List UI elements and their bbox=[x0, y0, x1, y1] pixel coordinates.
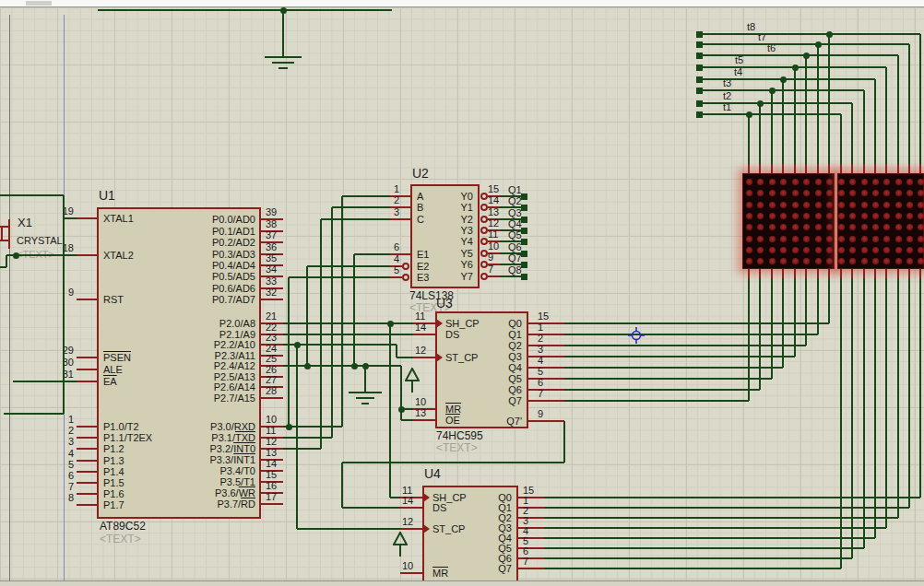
wire-segment[interactable] bbox=[0, 194, 64, 196]
pin-stub[interactable] bbox=[488, 275, 500, 277]
shift-register-output-wire[interactable] bbox=[544, 527, 886, 529]
led-matrix-block[interactable] bbox=[837, 173, 924, 269]
pin-stub[interactable] bbox=[748, 269, 750, 278]
pin-stub[interactable] bbox=[77, 254, 97, 256]
pin-stub[interactable] bbox=[759, 269, 761, 278]
wire-segment[interactable] bbox=[283, 448, 321, 450]
pin-stub[interactable] bbox=[851, 269, 853, 278]
pin-stub[interactable] bbox=[908, 164, 910, 173]
net-label-decoder[interactable]: Q3 bbox=[508, 207, 522, 218]
pin-stub[interactable] bbox=[782, 269, 784, 278]
net-label-decoder[interactable]: Q2 bbox=[508, 195, 522, 206]
matrix-column-wire[interactable] bbox=[919, 278, 921, 498]
pin-stub[interactable] bbox=[840, 164, 842, 173]
pin-stub[interactable] bbox=[413, 334, 435, 335]
pin-stub[interactable] bbox=[77, 369, 97, 370]
pin-stub[interactable] bbox=[908, 269, 910, 278]
row-net-wire[interactable] bbox=[699, 54, 898, 56]
shift-register-output-wire[interactable] bbox=[544, 537, 875, 539]
wire-segment[interactable] bbox=[13, 381, 77, 382]
pin-stub[interactable] bbox=[748, 164, 750, 173]
chip-ref-u4[interactable]: U4 bbox=[424, 467, 441, 481]
net-label-decoder[interactable]: Q1 bbox=[508, 184, 522, 195]
shift-register-output-wire[interactable] bbox=[564, 389, 760, 391]
matrix-column-wire[interactable] bbox=[828, 34, 830, 164]
ground-symbol[interactable] bbox=[361, 403, 369, 404]
pin-stub[interactable] bbox=[828, 164, 830, 173]
pin-stub[interactable] bbox=[771, 164, 773, 173]
pin-stub[interactable] bbox=[77, 299, 97, 300]
matrix-column-wire[interactable] bbox=[874, 79, 876, 164]
ground-symbol[interactable] bbox=[349, 392, 382, 393]
wire-segment[interactable] bbox=[341, 463, 343, 508]
schematic-canvas[interactable]: U1AT89C52<TEXT>19XTAL118XTAL29RST29PSEN3… bbox=[0, 7, 924, 580]
wire-segment[interactable] bbox=[364, 366, 366, 393]
net-label-decoder[interactable]: Q6 bbox=[508, 241, 522, 252]
wire-segment[interactable] bbox=[353, 254, 355, 366]
shift-register-output-wire[interactable] bbox=[544, 557, 852, 559]
shift-register-output-wire[interactable] bbox=[564, 345, 806, 346]
pin-stub[interactable] bbox=[8, 219, 10, 249]
shift-register-output-wire[interactable] bbox=[564, 334, 818, 335]
pin-stub[interactable] bbox=[828, 269, 830, 278]
matrix-column-wire[interactable] bbox=[908, 44, 910, 164]
pin-stub[interactable] bbox=[77, 460, 97, 462]
pin-stub[interactable] bbox=[400, 572, 422, 574]
matrix-column-wire[interactable] bbox=[851, 103, 853, 164]
pin-stub[interactable] bbox=[77, 448, 97, 450]
wire-segment[interactable] bbox=[283, 322, 413, 324]
pin-stub[interactable] bbox=[413, 419, 435, 421]
chip-ref-u3[interactable]: U3 bbox=[436, 297, 453, 311]
wire-segment[interactable] bbox=[289, 276, 390, 278]
shift-register-output-wire[interactable] bbox=[564, 367, 783, 369]
pin-stub[interactable] bbox=[390, 276, 402, 278]
matrix-column-wire[interactable] bbox=[748, 114, 750, 164]
net-label-decoder[interactable]: Q5 bbox=[508, 229, 522, 240]
net-label-decoder[interactable]: Q8 bbox=[508, 264, 522, 275]
pin-stub[interactable] bbox=[77, 217, 97, 219]
pin-stub[interactable] bbox=[897, 269, 899, 278]
pin-stub[interactable] bbox=[919, 164, 921, 173]
matrix-column-wire[interactable] bbox=[874, 278, 876, 538]
wire-segment[interactable] bbox=[390, 497, 400, 498]
vcc-rail-wire[interactable] bbox=[98, 9, 392, 11]
matrix-column-wire[interactable] bbox=[863, 90, 865, 164]
pin-stub[interactable] bbox=[77, 437, 97, 439]
matrix-column-wire[interactable] bbox=[828, 278, 830, 323]
pin-stub[interactable] bbox=[782, 164, 784, 173]
pin-stub[interactable] bbox=[759, 164, 761, 173]
matrix-column-wire[interactable] bbox=[897, 278, 899, 518]
wire-segment[interactable] bbox=[563, 421, 565, 463]
ground-drop-wire[interactable] bbox=[282, 10, 284, 57]
shift-register-output-wire[interactable] bbox=[544, 517, 898, 519]
wire-segment[interactable] bbox=[342, 195, 390, 197]
pin-stub[interactable] bbox=[77, 482, 97, 484]
pin-stub[interactable] bbox=[77, 426, 97, 428]
matrix-column-wire[interactable] bbox=[885, 67, 887, 164]
shift-register-output-wire[interactable] bbox=[564, 322, 829, 324]
chip-ref-u1[interactable]: U1 bbox=[99, 189, 115, 203]
ground-symbol[interactable] bbox=[356, 397, 374, 399]
matrix-column-wire[interactable] bbox=[794, 67, 796, 164]
wire-segment[interactable] bbox=[0, 266, 6, 268]
wire-segment[interactable] bbox=[354, 253, 390, 255]
shift-register-output-wire[interactable] bbox=[564, 356, 795, 357]
pin-stub[interactable] bbox=[885, 269, 887, 278]
matrix-column-wire[interactable] bbox=[919, 34, 921, 164]
pin-stub[interactable] bbox=[805, 164, 807, 173]
wire-segment[interactable] bbox=[283, 426, 342, 428]
row-net-wire[interactable] bbox=[699, 78, 875, 80]
chip-value-u1[interactable]: AT89C52 bbox=[100, 521, 146, 533]
wire-segment[interactable] bbox=[283, 334, 413, 335]
shift-register-output-wire[interactable] bbox=[544, 568, 841, 569]
pin-stub[interactable] bbox=[261, 397, 283, 399]
wire-segment[interactable] bbox=[306, 266, 308, 366]
wire-segment[interactable] bbox=[283, 365, 401, 367]
wire-segment[interactable] bbox=[4, 413, 64, 415]
wire-segment[interactable] bbox=[389, 323, 391, 498]
pin-stub[interactable] bbox=[817, 164, 819, 173]
matrix-column-wire[interactable] bbox=[805, 55, 807, 164]
matrix-column-wire[interactable] bbox=[885, 278, 887, 528]
matrix-column-wire[interactable] bbox=[840, 114, 842, 164]
wire-segment[interactable] bbox=[283, 437, 332, 439]
